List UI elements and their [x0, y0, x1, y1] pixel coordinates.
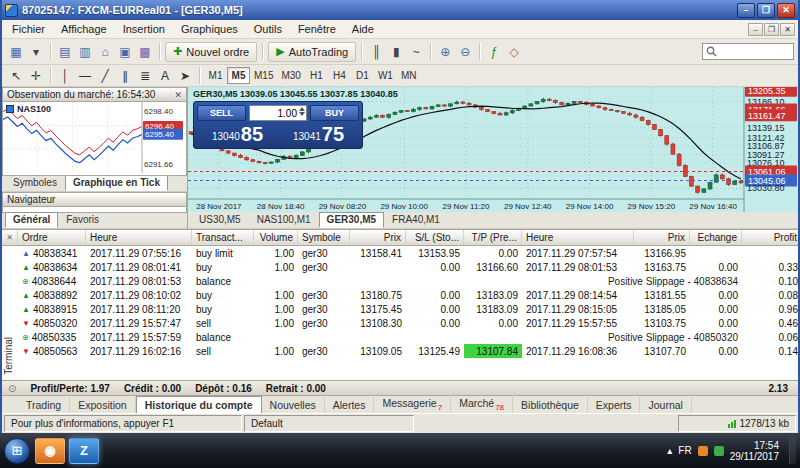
menu-outils[interactable]: Outils [246, 21, 290, 37]
terminal-tab-historique-du-compte[interactable]: Historique du compte [136, 396, 262, 414]
market-watch-button[interactable]: ▤ [55, 42, 75, 61]
nav-tab-favoris[interactable]: Favoris [58, 212, 107, 228]
column-header-symbole[interactable]: Symbole [298, 230, 350, 245]
chart-tab-us30-m5[interactable]: US30,M5 [191, 212, 249, 228]
table-row[interactable]: ▼408503202017.11.29 15:57:47sell1.00ger3… [2, 316, 798, 330]
buy-price[interactable]: 13041 75 [278, 123, 359, 145]
symbol-search[interactable] [702, 43, 794, 60]
terminal-tab-experts[interactable]: Experts [588, 397, 641, 413]
timeframe-m30[interactable]: M30 [277, 67, 304, 84]
timeframe-m15[interactable]: M15 [250, 67, 277, 84]
taskbar-app-metatrader[interactable]: Z [69, 438, 99, 464]
terminal-close-button[interactable]: ✕ [2, 230, 18, 245]
zoom-in-button[interactable]: ⊕ [435, 42, 455, 61]
timeframe-m5[interactable]: M5 [227, 67, 250, 84]
table-row[interactable]: ⊕408503352017.11.29 15:57:59balancePosit… [2, 330, 798, 344]
autotrading-button[interactable]: ▶AutoTrading [268, 42, 356, 62]
navigator-caption[interactable]: Navigateur [2, 192, 187, 207]
spinner-up-icon[interactable] [299, 107, 305, 111]
strategy-tester-button[interactable]: ▩ [135, 42, 155, 61]
timeframe-w1[interactable]: W1 [374, 67, 397, 84]
candlestick-chart-button[interactable]: ▮ [386, 42, 406, 61]
timeframe-h1[interactable]: H1 [305, 67, 328, 84]
timeframe-mn[interactable]: MN [397, 67, 421, 84]
taskbar-app-orange[interactable]: ◉ [35, 438, 65, 464]
volume-spinner[interactable] [299, 107, 305, 116]
terminal-tab-biblioth-que[interactable]: Bibliothèque [513, 397, 588, 413]
objects-button[interactable]: ◇ [504, 42, 524, 61]
fibonacci-button[interactable]: ≣ [135, 66, 155, 85]
indicators-button[interactable]: ƒ [484, 42, 504, 61]
menu-graphiques[interactable]: Graphiques [173, 21, 246, 37]
navigator-button[interactable]: ⌂ [95, 42, 115, 61]
timeframe-h4[interactable]: H4 [328, 67, 351, 84]
mdi-restore-button[interactable]: ❐ [764, 23, 779, 36]
terminal-tab-trading[interactable]: Trading [18, 397, 70, 413]
terminal-tab-exposition[interactable]: Exposition [70, 397, 135, 413]
minimize-button[interactable]: – [737, 3, 755, 18]
table-row[interactable]: ⊕408386442017.11.29 08:01:53balancePosit… [2, 274, 798, 288]
terminal-tab-march-[interactable]: Marché78 [451, 395, 513, 414]
mdi-close-button[interactable]: ✕ [780, 23, 795, 36]
column-header-prix[interactable]: Prix [350, 230, 406, 245]
nav-tab-g-n-ral[interactable]: Général [5, 212, 58, 228]
menu-fentre[interactable]: Fenêtre [290, 21, 344, 37]
terminal-tab-messagerie[interactable]: Messagerie7 [374, 395, 451, 414]
tick-chart[interactable]: NAS100 6298.406296.406295.406291.66 [2, 102, 187, 176]
hidden-icons-button[interactable]: ▴ [667, 445, 672, 456]
timeframe-d1[interactable]: D1 [351, 67, 374, 84]
column-header-t-p-pre-[interactable]: T/P (Pre... [464, 230, 522, 245]
channel-button[interactable]: ∥ [115, 66, 135, 85]
table-row[interactable]: ▲408383412017.11.29 07:55:16buy limit1.0… [2, 246, 798, 260]
tray-icon-green[interactable] [714, 446, 724, 456]
market-watch-close-icon[interactable]: ✕ [174, 90, 182, 100]
menu-aide[interactable]: Aide [344, 21, 382, 37]
profiles-button[interactable]: ▾ [26, 42, 46, 61]
mdi-minimize-button[interactable]: – [748, 23, 763, 36]
column-header-profit[interactable]: Profit [742, 230, 800, 245]
language-indicator[interactable]: FR [678, 445, 691, 456]
sell-button[interactable]: SELL [197, 105, 246, 121]
text-tool-button[interactable]: A [155, 66, 175, 85]
chart-tab-fra40-m1[interactable]: FRA40,M1 [384, 212, 448, 228]
line-chart-button[interactable]: ~ [406, 42, 426, 61]
title-bar[interactable]: 87025147: FXCM-EURReal01 - [GER30,M5] –❐… [2, 0, 798, 20]
buy-button[interactable]: BUY [310, 105, 359, 121]
column-header-ordre[interactable]: Ordre [18, 230, 86, 245]
vertical-line-button[interactable]: │ [55, 66, 75, 85]
column-header-s-l-sto-[interactable]: S/L (Sto... [406, 230, 464, 245]
terminal-button[interactable]: ▣ [115, 42, 135, 61]
cursor-button[interactable]: ↖ [6, 66, 26, 85]
table-row[interactable]: ▲408389152017.11.29 08:11:20buy1.00ger30… [2, 302, 798, 316]
zoom-out-button[interactable]: ⊖ [455, 42, 475, 61]
trendline-button[interactable]: ╱ [95, 66, 115, 85]
column-header-transact-[interactable]: Transact... [192, 230, 254, 245]
start-button[interactable]: ⊞ [4, 438, 30, 464]
terminal-tab-journal[interactable]: Journal [640, 397, 691, 413]
column-header-echange[interactable]: Echange [690, 230, 742, 245]
close-button[interactable]: ✕ [777, 3, 795, 18]
data-window-button[interactable]: ▥ [75, 42, 95, 61]
column-header-volume[interactable]: Volume [254, 230, 298, 245]
menu-insertion[interactable]: Insertion [115, 21, 173, 37]
table-row[interactable]: ▲408386342017.11.29 08:01:41buy1.00ger30… [2, 260, 798, 274]
column-header-prix[interactable]: Prix [634, 230, 690, 245]
market-watch-caption[interactable]: Observation du marché: 16:54:30 ✕ [2, 87, 187, 102]
new-order-button[interactable]: ✚Nouvel ordre [165, 42, 257, 62]
taskbar-clock[interactable]: 17:54 29/11/2017 [730, 440, 781, 462]
tray-icon-orange[interactable] [698, 446, 708, 456]
spinner-down-icon[interactable] [299, 112, 305, 116]
menu-affichage[interactable]: Affichage [53, 21, 115, 37]
timeframe-m1[interactable]: M1 [204, 67, 227, 84]
search-input[interactable] [720, 46, 790, 57]
terminal-tab-alertes[interactable]: Alertes [325, 397, 375, 413]
price-chart[interactable]: 28 Nov 201728 Nov 18:4029 Nov 08:2029 No… [188, 87, 798, 212]
maximize-button[interactable]: ❐ [757, 3, 775, 18]
arrows-tool-button[interactable]: ➤ [175, 66, 195, 85]
bar-chart-button[interactable]: ║ [366, 42, 386, 61]
chart-tab-nas100-m1[interactable]: NAS100,M1 [249, 212, 319, 228]
status-profile[interactable]: Default [244, 415, 414, 432]
mw-tab-symboles[interactable]: Symboles [5, 175, 65, 191]
volume-input[interactable]: 1.00 [249, 105, 307, 121]
terminal-tab-nouvelles[interactable]: Nouvelles [262, 397, 325, 413]
